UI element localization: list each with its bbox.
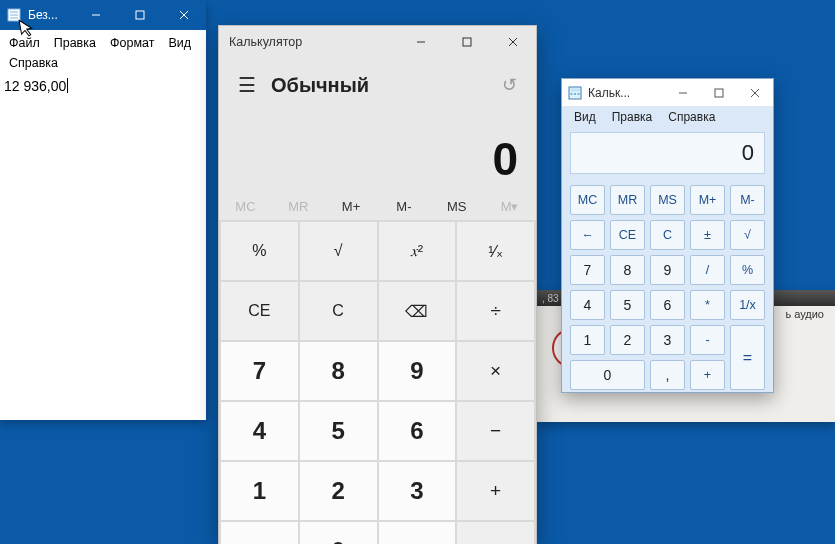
close-button[interactable] [162, 0, 206, 30]
key-0[interactable]: 0 [300, 522, 377, 544]
key--[interactable]: - [690, 325, 725, 355]
calc7-title: Кальк... [588, 86, 665, 100]
key-+[interactable]: + [457, 462, 534, 520]
minimize-button[interactable] [398, 26, 444, 58]
key-×[interactable]: × [457, 342, 534, 400]
key-8[interactable]: 8 [610, 255, 645, 285]
key-6[interactable]: 6 [379, 402, 456, 460]
minimize-button[interactable] [74, 0, 118, 30]
notepad-titlebar[interactable]: Без... [0, 0, 206, 30]
key-%[interactable]: % [730, 255, 765, 285]
mem-m[interactable]: M- [377, 199, 430, 214]
key-¹∕ₓ[interactable]: ¹∕ₓ [457, 222, 534, 280]
notepad-title: Без... [28, 8, 74, 22]
key-⌫[interactable]: ⌫ [379, 282, 456, 340]
key-7[interactable]: 7 [570, 255, 605, 285]
key-7[interactable]: 7 [221, 342, 298, 400]
menu-вид[interactable]: Вид [161, 33, 198, 53]
mem-m[interactable]: M+ [325, 199, 378, 214]
key-0[interactable]: 0 [570, 360, 645, 390]
calc10-title: Калькулятор [219, 35, 398, 49]
minimize-button[interactable] [665, 80, 701, 106]
svg-rect-18 [715, 89, 723, 97]
key-8[interactable]: 8 [300, 342, 377, 400]
key-C[interactable]: C [650, 220, 685, 250]
notepad-text: 12 936,00 [4, 78, 66, 94]
maximize-button[interactable] [701, 80, 737, 106]
calc10-titlebar[interactable]: Калькулятор [219, 26, 536, 58]
key-2[interactable]: 2 [610, 325, 645, 355]
history-icon[interactable]: ↺ [492, 74, 526, 96]
key-9[interactable]: 9 [379, 342, 456, 400]
key-←[interactable]: ← [570, 220, 605, 250]
menu-справка[interactable]: Справка [660, 108, 723, 126]
key-4[interactable]: 4 [221, 402, 298, 460]
key-1[interactable]: 1 [221, 462, 298, 520]
key-√[interactable]: √ [730, 220, 765, 250]
menu-правка[interactable]: Правка [47, 33, 103, 53]
recorder-side-label[interactable]: ь аудио [785, 308, 824, 320]
key-CE[interactable]: CE [610, 220, 645, 250]
key-/[interactable]: / [690, 255, 725, 285]
key-M+[interactable]: M+ [690, 185, 725, 215]
key-5[interactable]: 5 [300, 402, 377, 460]
key-√[interactable]: √ [300, 222, 377, 280]
maximize-button[interactable] [444, 26, 490, 58]
key-*[interactable]: * [690, 290, 725, 320]
calc10-display: 0 [219, 112, 536, 192]
maximize-button[interactable] [118, 0, 162, 30]
mem-ms[interactable]: MS [430, 199, 483, 214]
key-C[interactable]: C [300, 282, 377, 340]
key-MS[interactable]: MS [650, 185, 685, 215]
key-5[interactable]: 5 [610, 290, 645, 320]
calc7-titlebar[interactable]: Кальк... [562, 79, 773, 107]
notepad-menubar: ФайлПравкаФорматВидСправка [0, 30, 206, 76]
menu-справка[interactable]: Справка [2, 53, 65, 73]
key-3[interactable]: 3 [650, 325, 685, 355]
key-%[interactable]: % [221, 222, 298, 280]
svg-rect-9 [463, 38, 471, 46]
calc10-window: Калькулятор ☰ Обычный ↺ 0 MCMRM+M-MSM▾ %… [218, 25, 537, 544]
key-3[interactable]: 3 [379, 462, 456, 520]
notepad-icon [6, 7, 22, 23]
key-2[interactable]: 2 [300, 462, 377, 520]
key-,[interactable]: , [650, 360, 685, 390]
svg-rect-16 [578, 93, 580, 95]
key-4[interactable]: 4 [570, 290, 605, 320]
key-M-[interactable]: M- [730, 185, 765, 215]
key-±[interactable]: ± [690, 220, 725, 250]
calc7-menubar: ВидПравкаСправка [562, 107, 773, 127]
svg-rect-14 [571, 93, 573, 95]
menu-правка[interactable]: Правка [604, 108, 661, 126]
key-÷[interactable]: ÷ [457, 282, 534, 340]
close-button[interactable] [737, 80, 773, 106]
key-=[interactable]: = [730, 325, 765, 390]
key-CE[interactable]: CE [221, 282, 298, 340]
calc7-keypad: MCMRMSM+M-←CEC±√789/%456*1/x123-=0,+ [562, 179, 773, 400]
menu-вид[interactable]: Вид [566, 108, 604, 126]
text-caret [67, 78, 68, 93]
notepad-text-area[interactable]: 12 936,00 [0, 76, 206, 97]
menu-формат[interactable]: Формат [103, 33, 161, 53]
key-=[interactable]: = [457, 522, 534, 544]
hamburger-icon[interactable]: ☰ [229, 73, 265, 97]
key-1[interactable]: 1 [570, 325, 605, 355]
calc10-keypad: %√𝑥²¹∕ₓCEC⌫÷789×456−123+±0,= [219, 220, 536, 544]
key-±[interactable]: ± [221, 522, 298, 544]
recorder-time: , 83 [542, 293, 559, 304]
calc10-memory-row: MCMRM+M-MSM▾ [219, 192, 536, 220]
svg-rect-15 [574, 93, 576, 95]
close-button[interactable] [490, 26, 536, 58]
key-1/x[interactable]: 1/x [730, 290, 765, 320]
key-MR[interactable]: MR [610, 185, 645, 215]
key-9[interactable]: 9 [650, 255, 685, 285]
mem-mc: MC [219, 199, 272, 214]
key-𝑥²[interactable]: 𝑥² [379, 222, 456, 280]
key-6[interactable]: 6 [650, 290, 685, 320]
menu-файл[interactable]: Файл [2, 33, 47, 53]
key-,[interactable]: , [379, 522, 456, 544]
mem-m: M▾ [483, 199, 536, 214]
key-−[interactable]: − [457, 402, 534, 460]
key-+[interactable]: + [690, 360, 725, 390]
key-MC[interactable]: MC [570, 185, 605, 215]
